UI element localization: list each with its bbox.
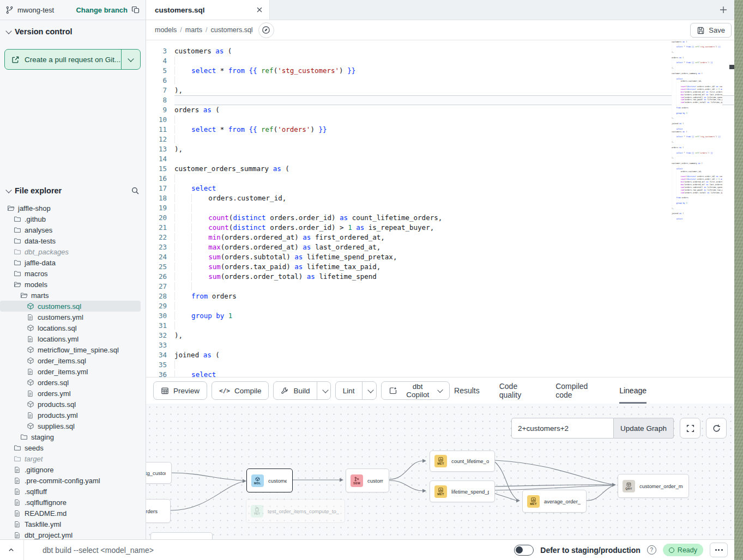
code-line-24[interactable]: 24 sum(orders.subtotal) as lifetime_spen…: [146, 252, 734, 262]
editor-scrollbar[interactable]: [729, 65, 734, 69]
code-editor[interactable]: 3customers as (4 5 select * from {{ ref(…: [146, 40, 734, 377]
tab-code-quality[interactable]: Code quality: [499, 378, 536, 404]
tree-item-order-items-yml[interactable]: order_items.yml: [0, 366, 146, 377]
preview-button[interactable]: Preview: [153, 381, 207, 400]
lineage-panel[interactable]: MDLstg_customersMDLordersMDLcustomersTST…: [146, 404, 734, 540]
code-line-22[interactable]: 22 min(orders.ordered_at) as first_order…: [146, 233, 734, 242]
tab-lineage[interactable]: Lineage: [619, 378, 647, 404]
code-line-30[interactable]: 30 group by 1: [146, 311, 734, 321]
tree-item--github[interactable]: .github: [0, 214, 146, 224]
code-line-4[interactable]: 4: [146, 56, 734, 66]
code-line-6[interactable]: 6: [146, 76, 734, 86]
code-line-12[interactable]: 12: [146, 135, 734, 144]
code-line-27[interactable]: 27: [146, 282, 734, 291]
code-line-17[interactable]: 17 select: [146, 184, 734, 193]
help-icon[interactable]: ?: [647, 545, 656, 555]
breadcrumb-models[interactable]: models: [155, 26, 177, 34]
save-button[interactable]: Save: [690, 23, 732, 38]
code-line-18[interactable]: 18 orders.customer_id,: [146, 193, 734, 203]
code-line-8[interactable]: 8: [146, 95, 734, 105]
tree-item-marts[interactable]: marts: [0, 290, 146, 301]
tree-item-order-items-sql[interactable]: order_items.sql: [0, 355, 146, 366]
code-line-29[interactable]: 29: [146, 301, 734, 311]
tab-customers-sql[interactable]: customers.sql: [146, 0, 270, 20]
create-pr-dropdown[interactable]: [121, 50, 140, 69]
code-line-21[interactable]: 21 count(distinct orders.order_id) > 1 a…: [146, 223, 734, 233]
update-graph-button[interactable]: Update Graph: [614, 418, 674, 439]
code-line-20[interactable]: 20 count(distinct orders.order_id) as co…: [146, 213, 734, 223]
lineage-node-customers[interactable]: SEMcustomers: [346, 468, 389, 492]
tree-item--sqlfluff[interactable]: .sqlfluff: [0, 486, 146, 497]
tab-results[interactable]: Results: [454, 378, 480, 404]
build-button[interactable]: Build: [274, 382, 317, 399]
code-line-5[interactable]: 5 select * from {{ ref('stg_customers') …: [146, 66, 734, 76]
code-line-10[interactable]: 10: [146, 115, 734, 125]
lineage-node-customers[interactable]: MDLcustomers: [246, 468, 293, 492]
tab-compiled-code[interactable]: Compiled code: [555, 378, 600, 404]
lineage-node-customer-order-metrics[interactable]: QRYcustomer_order_metrics: [618, 474, 689, 498]
tree-item-target[interactable]: target: [0, 453, 146, 464]
close-icon[interactable]: [256, 7, 263, 13]
minimap[interactable]: customers as ( select * from {{ ref('stg…: [672, 40, 722, 253]
tree-item-dbt-packages[interactable]: dbt_packages: [0, 246, 146, 257]
refresh-button[interactable]: [706, 418, 727, 439]
file-explorer-header[interactable]: File explorer: [0, 183, 146, 199]
code-line-9[interactable]: 9orders as (: [146, 105, 734, 115]
tree-item--sqlfluffignore[interactable]: .sqlfluffignore: [0, 497, 146, 508]
code-line-15[interactable]: 15customer_orders_summary as (: [146, 164, 734, 174]
tree-item-models[interactable]: models: [0, 279, 146, 290]
code-line-33[interactable]: 33: [146, 340, 734, 350]
code-line-13[interactable]: 13),: [146, 144, 734, 154]
code-line-34[interactable]: 34joined as (: [146, 350, 734, 360]
code-line-26[interactable]: 26 sum(orders.order_total) as lifetime_s…: [146, 272, 734, 282]
fullscreen-button[interactable]: [680, 418, 700, 439]
collapse-icon[interactable]: [8, 546, 15, 553]
lineage-node-stg-customers[interactable]: MDLstg_customers: [146, 462, 172, 484]
tree-item-data-tests[interactable]: data-tests: [0, 235, 146, 246]
tree-item-locations-yml[interactable]: locations.yml: [0, 333, 146, 344]
tree-item-dbt-project-yml[interactable]: dbt_project.yml: [0, 529, 146, 539]
tree-item-analyses[interactable]: analyses: [0, 224, 146, 235]
lineage-node-lifetime-spend-pretax[interactable]: METlifetime_spend_pretax: [430, 480, 495, 502]
command-input[interactable]: dbt build --select <model_name>: [43, 546, 154, 555]
lineage-node-average-order-value[interactable]: METaverage_order_value: [522, 490, 587, 513]
lint-dropdown[interactable]: [362, 382, 377, 399]
change-branch-link[interactable]: Change branch: [76, 6, 128, 14]
copy-icon[interactable]: [131, 5, 140, 14]
tree-item-jaffle-data[interactable]: jaffle-data: [0, 257, 146, 268]
tree-item-locations-sql[interactable]: locations.sql: [0, 322, 146, 333]
tree-item-taskfile-yml[interactable]: Taskfile.yml: [0, 519, 146, 529]
tree-item--gitignore[interactable]: .gitignore: [0, 464, 146, 475]
lineage-node-test-order-items-compute-to-bools-[interactable]: TSTtest_order_items_compute_to_bools...: [246, 499, 345, 523]
code-line-36[interactable]: 36 select: [146, 370, 734, 377]
lineage-selector-input[interactable]: 2+customers+2: [511, 418, 614, 439]
code-line-35[interactable]: 35: [146, 360, 734, 370]
compile-button[interactable]: </> Compile: [212, 381, 269, 400]
tree-item-orders-yml[interactable]: orders.yml: [0, 388, 146, 399]
code-line-7[interactable]: 7),: [146, 86, 734, 95]
tree-item-products-sql[interactable]: products.sql: [0, 399, 146, 410]
code-line-28[interactable]: 28 from orders: [146, 291, 734, 301]
build-dropdown[interactable]: [317, 382, 330, 399]
tree-item--pre-commit-config-yaml[interactable]: .pre-commit-config.yaml: [0, 475, 146, 486]
more-options-button[interactable]: [710, 543, 728, 557]
tree-item-orders-sql[interactable]: orders.sql: [0, 377, 146, 388]
search-icon[interactable]: [131, 186, 140, 195]
new-tab-button[interactable]: [719, 5, 728, 14]
breadcrumb-file[interactable]: customers.sql: [211, 26, 253, 34]
code-line-23[interactable]: 23 max(orders.ordered_at) as last_ordere…: [146, 242, 734, 252]
code-line-3[interactable]: 3customers as (: [146, 46, 734, 56]
code-line-31[interactable]: 31: [146, 321, 734, 331]
lineage-node-count-lifetime-orders[interactable]: METcount_lifetime_orders: [430, 451, 495, 472]
lineage-node[interactable]: [150, 532, 213, 540]
code-line-11[interactable]: 11 select * from {{ ref('orders') }}: [146, 125, 734, 135]
code-line-14[interactable]: 14: [146, 154, 734, 164]
code-line-32[interactable]: 32),: [146, 331, 734, 340]
tree-item-seeds[interactable]: seeds: [0, 442, 146, 453]
code-line-16[interactable]: 16: [146, 174, 734, 184]
lint-button[interactable]: Lint: [336, 382, 362, 399]
lineage-node-orders[interactable]: MDLorders: [146, 499, 171, 523]
version-control-header[interactable]: Version control: [0, 24, 146, 39]
tree-item-metricflow-time-spine-sql[interactable]: metricflow_time_spine.sql: [0, 344, 146, 355]
compass-icon[interactable]: [258, 22, 274, 38]
